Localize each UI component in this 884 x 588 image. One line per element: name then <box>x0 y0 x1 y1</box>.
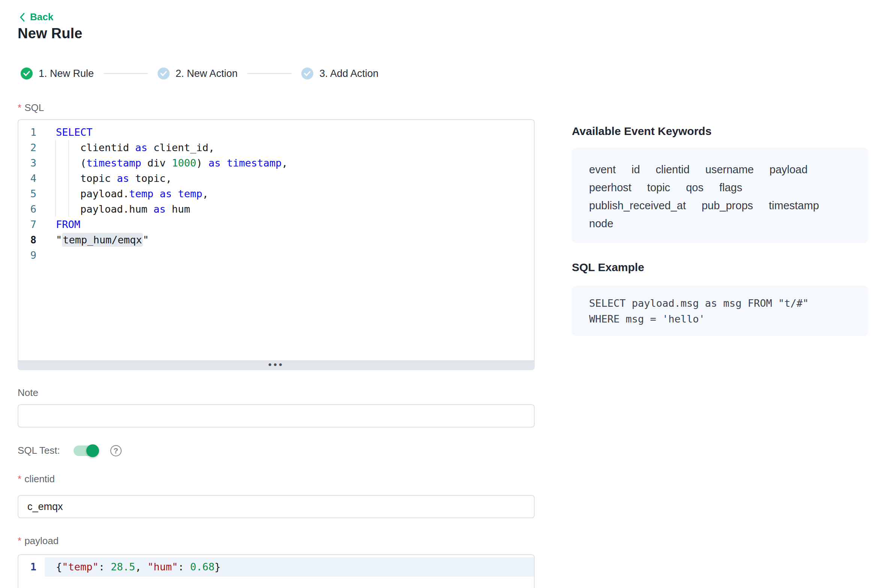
line-number: 4 <box>18 171 45 186</box>
code-text: topic as topic, <box>45 171 534 186</box>
keyword-row: peerhosttopicqosflags <box>589 178 853 196</box>
sql-code-editor[interactable]: 1SELECT2 clientid as client_id,3 (timest… <box>18 119 535 361</box>
event-keyword[interactable]: pub_props <box>702 196 753 214</box>
code-line[interactable]: 3 (timestamp div 1000) as timestamp, <box>18 155 534 171</box>
new-rule-page: Back New Rule 1. New Rule2. New Action3.… <box>0 0 884 588</box>
required-marker: * <box>18 473 21 484</box>
event-keyword[interactable]: publish_received_at <box>589 196 686 214</box>
line-number: 6 <box>18 201 45 217</box>
sql-example-line: SELECT payload.msg as msg FROM "t/#" <box>589 296 853 311</box>
event-keyword[interactable]: payload <box>770 160 808 178</box>
step-connector <box>104 73 148 74</box>
code-token: hum <box>166 203 190 215</box>
event-keyword[interactable]: flags <box>719 178 742 196</box>
event-keyword[interactable]: peerhost <box>589 178 631 196</box>
step-label: 3. Add Action <box>319 68 379 80</box>
code-line[interactable]: 2 clientid as client_id, <box>18 140 534 155</box>
sql-test-row: SQL Test: ? <box>18 445 122 456</box>
check-circle-pending-icon <box>158 68 170 80</box>
code-text: SELECT <box>45 124 534 140</box>
payload-field-label: *payload <box>18 535 59 547</box>
step-label: 1. New Rule <box>39 68 94 80</box>
code-token: temp_hum/emqx <box>62 233 143 247</box>
note-field-label: Note <box>18 387 38 399</box>
code-token: , <box>202 188 208 200</box>
code-text: payload.temp as temp, <box>45 186 534 201</box>
code-line[interactable]: 1SELECT <box>18 124 534 140</box>
page-title: New Rule <box>18 26 83 42</box>
step-connector <box>247 73 292 74</box>
check-circle-pending-icon <box>301 68 313 80</box>
code-line[interactable]: 1{"temp": 28.5, "hum": 0.68} <box>18 557 534 577</box>
step-3[interactable]: 3. Add Action <box>301 68 379 80</box>
code-token <box>153 188 159 200</box>
payload-code-editor[interactable]: 1{"temp": 28.5, "hum": 0.68} <box>18 554 535 588</box>
event-keyword[interactable]: event <box>589 160 616 178</box>
code-token: : <box>99 561 111 573</box>
code-token: "temp" <box>62 561 99 573</box>
clientid-input[interactable] <box>18 495 535 518</box>
code-token: : <box>178 561 190 573</box>
editor-resize-handle[interactable]: ••• <box>18 361 535 370</box>
back-link[interactable]: Back <box>19 11 53 23</box>
help-icon[interactable]: ? <box>110 445 122 456</box>
code-line[interactable]: 7FROM <box>18 217 534 232</box>
code-line[interactable]: 6 payload.hum as hum <box>18 201 534 217</box>
required-marker: * <box>18 102 21 113</box>
code-token: as <box>159 188 172 200</box>
code-token: topic, <box>129 172 172 184</box>
note-input[interactable] <box>18 404 535 428</box>
code-text <box>45 248 534 263</box>
code-token: , <box>135 561 147 573</box>
code-token: as <box>135 142 147 153</box>
code-text: (timestamp div 1000) as timestamp, <box>45 155 534 171</box>
code-token: 1000 <box>172 157 196 169</box>
sql-example-panel: SELECT payload.msg as msg FROM "t/#"WHER… <box>572 286 868 336</box>
line-number: 3 <box>18 155 45 171</box>
code-token: temp <box>178 188 202 200</box>
code-token: "hum" <box>147 561 178 573</box>
code-token: SELECT <box>56 126 93 138</box>
code-line[interactable]: 8"temp_hum/emqx" <box>18 232 534 248</box>
sql-test-label: SQL Test: <box>18 445 60 456</box>
code-line[interactable]: 5 payload.temp as temp, <box>18 186 534 201</box>
line-number: 7 <box>18 217 45 232</box>
code-token: timestamp <box>227 157 281 169</box>
event-keyword[interactable]: username <box>705 160 754 178</box>
code-line[interactable]: 9 <box>18 248 534 263</box>
code-token: " <box>56 234 62 246</box>
line-number: 5 <box>18 186 45 201</box>
code-token: " <box>143 234 149 246</box>
code-token: payload.hum <box>56 203 153 215</box>
code-token: div <box>141 157 172 169</box>
event-keyword[interactable]: node <box>589 214 613 232</box>
code-token <box>172 188 178 200</box>
code-text: "temp_hum/emqx" <box>45 232 534 248</box>
event-keyword[interactable]: timestamp <box>769 196 819 214</box>
keyword-row: publish_received_atpub_propstimestamp <box>589 196 853 214</box>
event-keyword[interactable]: clientid <box>656 160 690 178</box>
line-number: 8 <box>18 232 45 248</box>
event-keyword[interactable]: qos <box>686 178 704 196</box>
event-keyword[interactable]: id <box>631 160 640 178</box>
event-keyword[interactable]: topic <box>647 178 670 196</box>
step-1[interactable]: 1. New Rule <box>21 68 94 80</box>
payload-code-lines: 1{"temp": 28.5, "hum": 0.68} <box>18 555 534 577</box>
code-token: as <box>208 157 221 169</box>
chevron-left-icon <box>19 12 26 22</box>
keyword-row: eventidclientidusernamepayload <box>589 160 853 178</box>
code-text: payload.hum as hum <box>45 201 534 217</box>
step-2[interactable]: 2. New Action <box>158 68 238 80</box>
code-token: temp <box>129 188 153 200</box>
sql-example-line: WHERE msg = 'hello' <box>589 311 853 327</box>
sql-field-label: *SQL <box>18 102 44 114</box>
sql-example-heading: SQL Example <box>572 261 644 274</box>
required-marker: * <box>18 535 21 546</box>
code-token: 0.68 <box>190 561 215 573</box>
code-token: FROM <box>56 219 80 230</box>
code-token: { <box>56 561 62 573</box>
sql-test-toggle[interactable] <box>74 446 98 456</box>
code-token: as <box>153 203 166 215</box>
code-token: 28.5 <box>111 561 135 573</box>
code-line[interactable]: 4 topic as topic, <box>18 171 534 186</box>
